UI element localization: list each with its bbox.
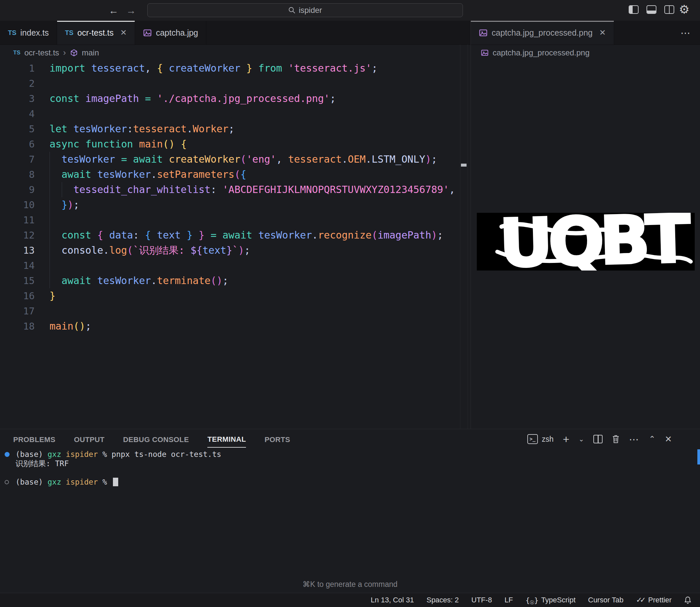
new-terminal-icon[interactable]: + — [563, 433, 569, 446]
line-number: 16 — [0, 288, 35, 304]
code-token: 'ABCDEFGHIJKLMNOPQRSTUVWXYZ0123456789' — [223, 184, 449, 195]
kill-terminal-icon[interactable] — [612, 435, 620, 444]
command-status-dot — [5, 452, 9, 457]
code-token: ; — [85, 320, 91, 332]
close-icon[interactable]: ✕ — [120, 28, 127, 37]
shell-label[interactable]: zsh — [542, 435, 554, 444]
code-token: await — [61, 169, 91, 180]
editor-scrollbar[interactable] — [460, 44, 468, 429]
close-panel-icon[interactable]: ✕ — [665, 434, 672, 444]
split-terminal-icon[interactable] — [593, 435, 603, 443]
code-token: data — [109, 229, 133, 241]
toggle-panel-icon[interactable] — [646, 5, 657, 15]
status-cursor-tab[interactable]: Cursor Tab — [588, 596, 623, 604]
chevron-up-icon[interactable]: ⌃ — [649, 435, 656, 444]
breadcrumb-file[interactable]: ocr-test.ts — [24, 48, 59, 57]
code-token: % — [98, 478, 112, 486]
code-token: main — [139, 138, 163, 150]
code-token: `识别结果: — [133, 245, 191, 256]
code-token: ) — [431, 229, 437, 241]
close-icon[interactable]: ✕ — [599, 28, 606, 37]
code-line: 14 — [0, 258, 460, 273]
bell-icon[interactable] — [684, 596, 692, 604]
code-token — [49, 169, 61, 180]
code-token: : — [133, 229, 145, 241]
code-token: pnpx ts-node ocr-test.ts — [112, 450, 221, 459]
code-line-text: console.log(`识别结果: ${text}`); — [49, 243, 250, 258]
code-token: createWorker — [169, 62, 240, 74]
terminal-line-text: (base) gxz ispider % — [16, 477, 112, 487]
code-token: ( — [240, 153, 246, 165]
code-token: . — [151, 169, 157, 180]
code-token: () — [211, 275, 223, 286]
code-token: main — [49, 320, 73, 332]
status-language[interactable]: {ⓧ} TypeScript — [526, 596, 576, 604]
code-token: 识别结果: TRF — [16, 459, 69, 468]
line-number: 3 — [0, 91, 35, 106]
code-token: './captcha.jpg_processed.png' — [157, 93, 330, 104]
breadcrumb-file[interactable]: captcha.jpg_processed.png — [493, 48, 590, 57]
command-center-search[interactable]: ispider — [147, 3, 463, 17]
code-line-text: main(); — [49, 319, 91, 334]
code-token: . — [151, 275, 157, 286]
code-line: 10 }); — [0, 197, 460, 212]
code-token — [282, 62, 288, 74]
forward-arrow-icon[interactable]: → — [124, 0, 138, 21]
chevron-down-icon[interactable]: ⌄ — [579, 435, 584, 443]
code-line: 9 tessedit_char_whitelist: 'ABCDEFGHIJKL… — [0, 182, 460, 197]
code-editor[interactable]: 1import tesseract, { createWorker } from… — [0, 61, 460, 334]
code-line-text: const imagePath = './captcha.jpg_process… — [49, 91, 336, 106]
tab-captcha-jpg[interactable]: captcha.jpg — [135, 21, 206, 44]
code-line-text: const { data: { text } } = await tesWork… — [49, 228, 443, 243]
code-token: ( — [372, 229, 377, 241]
panel-tab-ports[interactable]: PORTS — [264, 431, 290, 447]
tab-captcha-processed-png[interactable]: captcha.jpg_processed.png ✕ — [471, 21, 614, 44]
panel-tab-problems[interactable]: PROBLEMS — [13, 431, 56, 447]
code-token: ( — [235, 169, 240, 180]
panel-tab-terminal[interactable]: TERMINAL — [207, 431, 246, 448]
terminal-line-text: 识别结果: TRF — [16, 459, 69, 468]
code-token: : — [127, 123, 133, 134]
status-encoding[interactable]: UTF-8 — [472, 596, 492, 604]
code-token: text — [202, 245, 226, 256]
code-token: } — [226, 245, 232, 256]
code-token: = await — [205, 229, 259, 241]
code-token: . — [365, 153, 372, 165]
code-token: = await — [115, 153, 169, 165]
preview-more-actions[interactable]: ⋯ — [681, 21, 691, 44]
status-cursor-position[interactable]: Ln 13, Col 31 — [371, 596, 414, 604]
breadcrumb-symbol[interactable]: main — [82, 48, 99, 57]
command-status-dot — [5, 480, 9, 484]
code-token: . — [342, 153, 348, 165]
editor-tabbar: TS index.ts TS ocr-test.ts ✕ captcha.jpg — [0, 21, 471, 45]
status-indentation[interactable]: Spaces: 2 — [426, 596, 459, 604]
image-file-icon — [481, 49, 489, 57]
line-number: 7 — [0, 152, 35, 167]
more-actions-icon[interactable]: ⋯ — [629, 434, 640, 445]
toggle-secondary-sidebar-icon[interactable] — [664, 5, 675, 15]
tab-ocr-test-ts[interactable]: TS ocr-test.ts ✕ — [57, 21, 135, 44]
panel-tab-debug-console[interactable]: DEBUG CONSOLE — [123, 431, 189, 447]
titlebar: ← → ispider ⚙ — [0, 0, 700, 21]
status-formatter[interactable]: ✓✓ Prettier — [636, 596, 672, 604]
gear-icon[interactable]: ⚙ — [679, 3, 689, 17]
tab-index-ts[interactable]: TS index.ts — [0, 21, 57, 44]
terminal-scrollbar-thumb[interactable] — [697, 449, 700, 464]
toggle-primary-sidebar-icon[interactable] — [629, 5, 639, 15]
tab-label: captcha.jpg_processed.png — [492, 28, 593, 38]
code-token: gxz — [47, 478, 61, 486]
line-number: 13 — [0, 243, 35, 258]
panel-tab-output[interactable]: OUTPUT — [74, 431, 105, 447]
code-token: , — [276, 153, 288, 165]
code-token: () — [163, 138, 175, 150]
status-eol[interactable]: LF — [504, 596, 513, 604]
code-line: 4 — [0, 106, 460, 121]
back-arrow-icon[interactable]: ← — [106, 0, 121, 21]
code-line: 11 — [0, 212, 460, 228]
terminal-content[interactable]: (base) gxz ispider % pnpx ts-node ocr-te… — [0, 449, 694, 487]
scrollbar-thumb[interactable] — [461, 164, 466, 167]
code-token: tesWorker — [61, 153, 115, 165]
code-token: } — [61, 199, 67, 210]
code-token: ) — [67, 199, 73, 210]
line-number: 2 — [0, 76, 35, 91]
